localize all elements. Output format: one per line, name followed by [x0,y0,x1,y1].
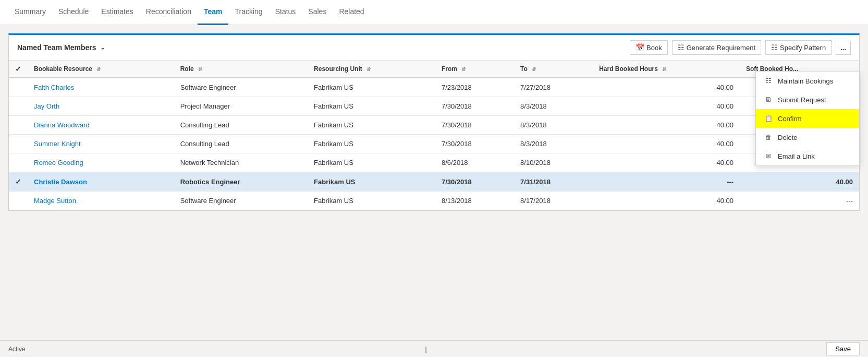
select-all-header[interactable]: ✓ [9,61,28,78]
row-hard-3: 40.00 [593,135,740,153]
row-resource-3: Summer Knight [28,135,174,153]
row-from-3: 7/30/2018 [435,135,514,153]
resource-link-1[interactable]: Jay Orth [34,102,59,110]
more-options-button[interactable]: ... [836,41,851,55]
context-menu: ☷ Maintain Bookings 🖹 Submit Request 📋 C… [755,71,860,166]
col-resourcing-unit[interactable]: Resourcing Unit ⇵ [308,61,435,78]
row-unit-3: Fabrikam US [308,135,435,153]
menu-item-label: Submit Request [778,96,826,104]
row-hard-4: 40.00 [593,153,740,172]
generate-icon: ☷ [678,43,684,52]
col-from[interactable]: From ⇵ [435,61,514,78]
row-check-6[interactable] [9,192,28,210]
email-icon: ✉ [764,152,773,160]
panel-title: Named Team Members [17,43,96,52]
book-button[interactable]: 📅 Book [630,40,668,55]
row-role-5: Robotics Engineer [174,172,308,192]
nav-sales[interactable]: Sales [302,0,333,25]
sort-icon-resource: ⇵ [96,66,101,72]
row-to-6: 8/17/2018 [514,192,593,210]
row-to-1: 8/3/2018 [514,97,593,116]
grid-icon: ☷ [764,77,773,85]
row-to-0: 7/27/2018 [514,78,593,97]
row-hard-1: 40.00 [593,97,740,116]
row-check-3[interactable] [9,135,28,153]
menu-item-label: Maintain Bookings [778,77,833,85]
sort-icon-from: ⇵ [461,66,466,72]
resource-link-6[interactable]: Madge Sutton [34,197,76,205]
row-to-4: 8/10/2018 [514,153,593,172]
panel-title-group: Named Team Members ⌄ [17,43,105,52]
row-role-0: Software Engineer [174,78,308,97]
context-menu-item-delete[interactable]: 🗑 Delete [756,128,859,147]
table-row[interactable]: Faith Charles Software Engineer Fabrikam… [9,78,859,97]
context-menu-item-email-a-link[interactable]: ✉ Email a Link [756,147,859,165]
resource-link-3[interactable]: Summer Knight [34,140,81,148]
row-hard-0: 40.00 [593,78,740,97]
nav-schedule[interactable]: Schedule [52,0,95,25]
row-resource-2: Dianna Woodward [28,116,174,135]
specify-icon: ☷ [771,43,778,52]
context-menu-item-submit-request[interactable]: 🖹 Submit Request [756,90,859,109]
menu-item-label: Confirm [778,115,802,123]
checkmark-icon: ✓ [15,177,21,186]
row-role-1: Project Manager [174,97,308,116]
col-bookable-resource[interactable]: Bookable Resource ⇵ [28,61,174,78]
sort-icon-to: ⇵ [532,66,536,72]
panel-header: Named Team Members ⌄ 📅 Book ☷ Generate R… [9,35,859,61]
table-row[interactable]: Dianna Woodward Consulting Lead Fabrikam… [9,116,859,135]
row-unit-2: Fabrikam US [308,116,435,135]
row-unit-6: Fabrikam US [308,192,435,210]
row-from-6: 8/13/2018 [435,192,514,210]
row-check-5[interactable]: ✓ [9,172,28,192]
resource-link-5[interactable]: Christie Dawson [34,178,87,186]
col-role[interactable]: Role ⇵ [174,61,308,78]
table-row[interactable]: Summer Knight Consulting Lead Fabrikam U… [9,135,859,153]
top-navigation: Summary Schedule Estimates Reconciliatio… [0,0,868,25]
resource-link-0[interactable]: Faith Charles [34,84,74,91]
table-row[interactable]: ✓ Christie Dawson Robotics Engineer Fabr… [9,172,859,192]
generate-requirement-button[interactable]: ☷ Generate Requirement [672,40,761,55]
nav-team[interactable]: Team [198,0,229,25]
specify-pattern-button[interactable]: ☷ Specify Pattern [765,40,832,55]
table-header-row: ✓ Bookable Resource ⇵ Role ⇵ [9,61,859,78]
row-from-2: 7/30/2018 [435,116,514,135]
row-check-0[interactable] [9,78,28,97]
row-check-1[interactable] [9,97,28,116]
menu-item-label: Email a Link [778,152,815,160]
table-row[interactable]: Jay Orth Project Manager Fabrikam US 7/3… [9,97,859,116]
panel-actions: 📅 Book ☷ Generate Requirement ☷ Specify … [630,40,851,55]
row-check-4[interactable] [9,153,28,172]
table-row[interactable]: Romeo Gooding Network Technician Fabrika… [9,153,859,172]
row-check-2[interactable] [9,116,28,135]
trash-icon: 🗑 [764,133,773,141]
resource-link-4[interactable]: Romeo Gooding [34,159,83,166]
row-from-0: 7/23/2018 [435,78,514,97]
row-from-4: 8/6/2018 [435,153,514,172]
row-unit-0: Fabrikam US [308,78,435,97]
table-row[interactable]: Madge Sutton Software Engineer Fabrikam … [9,192,859,210]
sort-icon-hard: ⇵ [662,66,666,72]
row-to-2: 8/3/2018 [514,116,593,135]
nav-tracking[interactable]: Tracking [228,0,268,25]
row-hard-6: 40.00 [593,192,740,210]
nav-estimates[interactable]: Estimates [95,0,139,25]
nav-summary[interactable]: Summary [8,0,52,25]
nav-status[interactable]: Status [269,0,302,25]
sort-icon-role: ⇵ [198,66,202,72]
doc-icon: 🖹 [764,96,773,104]
row-resource-4: Romeo Gooding [28,153,174,172]
row-hard-2: 40.00 [593,116,740,135]
col-to[interactable]: To ⇵ [514,61,593,78]
row-unit-5: Fabrikam US [308,172,435,192]
nav-related[interactable]: Related [333,0,370,25]
row-resource-1: Jay Orth [28,97,174,116]
chevron-down-icon[interactable]: ⌄ [100,44,105,51]
row-to-5: 7/31/2018 [514,172,593,192]
col-hard-booked[interactable]: Hard Booked Hours ⇵ [593,61,740,78]
context-menu-item-confirm[interactable]: 📋 Confirm [756,109,859,128]
resource-link-2[interactable]: Dianna Woodward [34,121,90,129]
row-from-5: 7/30/2018 [435,172,514,192]
nav-reconciliation[interactable]: Reconciliation [140,0,198,25]
context-menu-item-maintain-bookings[interactable]: ☷ Maintain Bookings [756,72,859,90]
